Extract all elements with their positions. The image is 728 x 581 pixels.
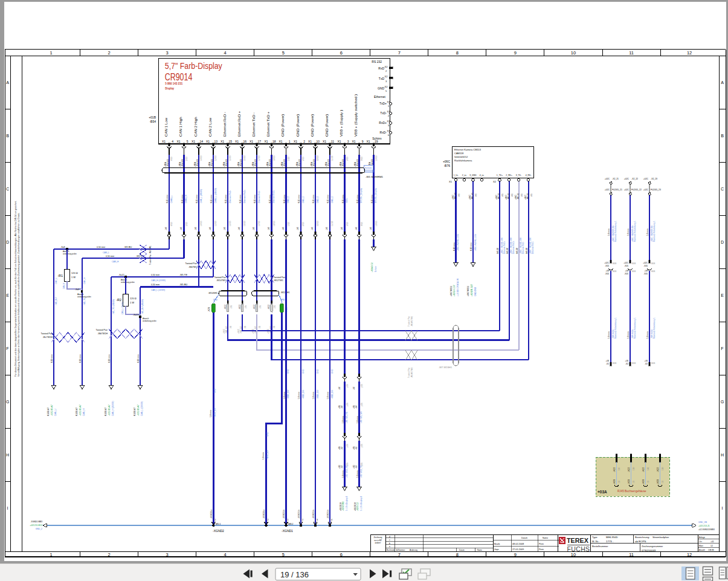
svg-text:1,0 mm²: 1,0 mm² — [608, 331, 610, 339]
svg-text:-W1B_BU: -W1B_BU — [302, 389, 304, 399]
svg-text:p1B: p1B — [361, 384, 363, 388]
svg-text:Schirm: Schirm — [365, 167, 372, 169]
svg-text:3: 3 — [347, 140, 349, 143]
svg-text:0,25 mm²: 0,25 mm² — [356, 194, 359, 203]
svg-text:CAN_L: CAN_L — [103, 252, 109, 254]
svg-text:Display: Display — [165, 86, 174, 90]
svg-text:Monitor2-Videoleitung 1: Monitor2-Videoleitung 1 — [653, 221, 656, 242]
svg-text:5: 5 — [282, 50, 285, 56]
svg-text:X1: X1 — [352, 140, 356, 143]
svg-text:10: 10 — [571, 552, 576, 557]
svg-text:Datum: Datum — [521, 537, 527, 539]
svg-text:19/1B: 19/1B — [375, 221, 378, 226]
svg-text:X1: X1 — [338, 140, 341, 143]
svg-text:19: 19 — [375, 140, 378, 143]
svg-text:18: 18 — [272, 140, 276, 143]
svg-text:FUCHS: FUCHS — [567, 545, 590, 553]
svg-text:H: H — [6, 453, 9, 457]
svg-text:M8:2: M8:2 — [288, 523, 293, 525]
svg-text:-Xa12: -Xa12 — [118, 274, 124, 276]
svg-text:-W1:SCHIRM1: -W1:SCHIRM1 — [366, 175, 384, 178]
svg-text:+06 -W5_RD: +06 -W5_RD — [346, 411, 348, 423]
svg-text:4x0,38: 4x0,38 — [506, 248, 509, 254]
svg-text:1 W: 1 W — [130, 301, 134, 304]
svg-text:0,50 mm²: 0,50 mm² — [470, 242, 472, 251]
svg-text:Twisted Pair: Twisted Pair — [40, 333, 53, 335]
svg-text:-W12SH1: -W12SH1 — [280, 291, 290, 294]
svg-text:M.-Nr.:: M.-Nr.: — [592, 540, 599, 543]
svg-text:-X22: -X22 — [657, 467, 659, 472]
svg-text:MHL350D: MHL350D — [606, 536, 618, 539]
svg-text:1,0 mm²: 1,0 mm² — [356, 470, 359, 478]
svg-text:D: D — [6, 240, 9, 244]
svg-text:B: B — [721, 134, 724, 138]
svg-text:-X12: -X12 — [224, 305, 227, 310]
svg-text:3_GND: 3_GND — [469, 174, 477, 177]
svg-text:Abweich.: Abweich. — [121, 279, 127, 281]
svg-text:M0B: M0B — [613, 270, 616, 273]
svg-text:X1: X1 — [308, 140, 312, 143]
svg-text:-W7B_BU: -W7B_BU — [214, 407, 216, 417]
svg-text:3/1B: 3/1B — [346, 156, 349, 161]
svg-text:+03/2B1.G37: +03/2B1.G37 — [471, 284, 473, 296]
svg-text:-X12: -X12 — [239, 305, 241, 310]
svg-text:Bestellnummer: Bestellnummer — [592, 545, 608, 548]
svg-text:9/1B: 9/1B — [361, 221, 363, 226]
svg-text:Buchstabe: Buchstabe — [387, 549, 396, 551]
svg-text:Petri: Petri — [539, 548, 544, 551]
svg-text:0,25 mm²: 0,25 mm² — [327, 194, 329, 203]
svg-text:RxD+: RxD+ — [379, 121, 387, 125]
svg-text:Schirm: Schirm — [375, 265, 377, 272]
svg-text:TxD-: TxD- — [380, 111, 387, 115]
svg-text:RJ45 Buchsengehäuse: RJ45 Buchsengehäuse — [617, 490, 646, 493]
svg-text:Petri: Petri — [539, 543, 544, 545]
svg-text:Ethernet: Ethernet — [374, 95, 386, 99]
svg-text:14/1B: 14/1B — [200, 221, 202, 226]
svg-text:0,25 mm²: 0,25 mm² — [312, 194, 315, 203]
svg-text:Ethernet RxD -: Ethernet RxD - — [222, 112, 227, 137]
svg-text:-XGND1:MB3: -XGND1:MB3 — [31, 521, 43, 523]
svg-text:-R2: -R2 — [116, 298, 121, 302]
svg-text:Abweich.: Abweich. — [143, 317, 149, 320]
svg-text:2/B: 2/B — [230, 305, 233, 308]
svg-text:CAN 1 Low: CAN 1 Low — [164, 117, 168, 137]
svg-text:G: G — [6, 400, 9, 404]
svg-text:+06: +06 — [625, 360, 629, 362]
svg-text:d: d — [389, 536, 390, 538]
svg-text:M0B: M0B — [632, 270, 636, 273]
svg-text:X1: X1 — [192, 140, 195, 143]
svg-text:-X12: -X12 — [268, 305, 270, 310]
svg-text:1B0: 1B0 — [633, 467, 635, 470]
svg-text:WB: WB — [530, 193, 533, 196]
svg-text:GND (Power): GND (Power) — [310, 114, 314, 137]
svg-text:5: 5 — [282, 552, 285, 557]
svg-text:+02C: +02C — [624, 178, 630, 180]
svg-text:11: 11 — [629, 50, 634, 56]
svg-text:0,50 mm²: 0,50 mm² — [453, 242, 456, 251]
svg-text:-B76: -B76 — [443, 164, 450, 167]
svg-text:+02C/10.A7: +02C/10.A7 — [79, 404, 82, 416]
svg-text:-XGND1:b: -XGND1:b — [283, 510, 285, 519]
svg-text:-X8: -X8 — [268, 227, 270, 230]
svg-text:-XGND2:a: -XGND2:a — [263, 510, 265, 519]
svg-text:2_nc: 2_nc — [462, 174, 467, 177]
svg-text:0,50 mm²: 0,50 mm² — [108, 354, 111, 363]
svg-text:-Xa9: -Xa9 — [75, 288, 80, 291]
svg-text:3: 3 — [166, 552, 169, 557]
svg-text:14/1B: 14/1B — [200, 155, 202, 161]
svg-text:3B: 3B — [273, 326, 275, 328]
svg-text:CAN 1 High: CAN 1 High — [178, 117, 182, 137]
svg-text:Bearb.: Bearb. — [494, 543, 500, 545]
svg-text:8: 8 — [456, 552, 459, 557]
svg-text:B: B — [6, 134, 9, 138]
svg-text:M0B: M0B — [632, 362, 636, 365]
svg-text:11/1B: 11/1B — [331, 221, 333, 226]
svg-text:-W1B_BU: -W1B_BU — [317, 389, 319, 399]
svg-text:3/1B: 3/1B — [346, 221, 349, 226]
svg-text:1: 1 — [50, 50, 52, 56]
svg-text:-W7B_BU: -W7B_BU — [266, 450, 269, 459]
svg-text:M5:1: M5:1 — [216, 523, 221, 525]
svg-text:Twisted Pair: Twisted Pair — [214, 276, 226, 279]
svg-text:120 Ω: 120 Ω — [130, 297, 137, 300]
svg-text:Rückfahrkamera: Rückfahrkamera — [454, 159, 472, 162]
